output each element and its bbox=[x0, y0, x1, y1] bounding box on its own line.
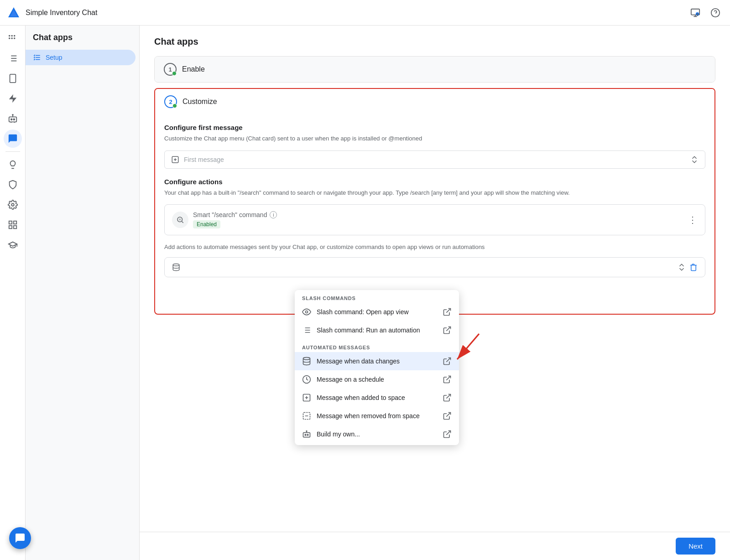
sidebar-icon-phone[interactable] bbox=[4, 69, 22, 88]
dropdown-item-schedule-label: Message on a schedule bbox=[317, 376, 384, 383]
dropdown-item-schedule[interactable]: Message on a schedule bbox=[295, 370, 459, 389]
svg-rect-23 bbox=[13, 221, 16, 224]
sidebar-icons bbox=[0, 26, 26, 560]
command-box-info: Smart "/search" command i Enabled bbox=[193, 211, 277, 228]
help-icon[interactable] bbox=[708, 5, 723, 20]
add-icon bbox=[171, 156, 179, 164]
monitor-icon[interactable]: i bbox=[688, 5, 703, 20]
action-icon bbox=[172, 263, 180, 271]
step-customize-dot bbox=[172, 104, 177, 108]
step-customize-label: Customize bbox=[182, 98, 217, 106]
svg-rect-25 bbox=[9, 226, 11, 228]
step-enable-number: 1 bbox=[164, 63, 177, 76]
sidebar-nav: Chat apps Setup bbox=[26, 26, 140, 560]
sidebar-icon-gallery[interactable] bbox=[4, 216, 22, 234]
dropdown-item-removed-from-space-label: Message when removed from space bbox=[317, 412, 420, 420]
svg-point-18 bbox=[10, 119, 12, 120]
dropdown-item-build-own[interactable]: Build my own... bbox=[295, 425, 459, 443]
sidebar-icon-chat[interactable] bbox=[4, 130, 22, 148]
smart-search-info-icon[interactable]: i bbox=[270, 211, 277, 218]
svg-rect-50 bbox=[303, 433, 310, 437]
svg-rect-17 bbox=[9, 117, 16, 122]
dropdown-item-run-automation-left: Slash command: Run an automation bbox=[302, 326, 420, 335]
search-cmd-icon bbox=[172, 212, 188, 228]
dropdown-item-open-app-view[interactable]: Slash command: Open app view bbox=[295, 303, 459, 321]
layout: Chat apps Setup Chat apps 1 Enable bbox=[0, 26, 730, 560]
dropdown-menu: SLASH COMMANDS Slash command: Open app v… bbox=[295, 290, 459, 445]
step-enable-dot bbox=[172, 71, 177, 76]
dropdown-item-run-automation-label: Slash command: Run an automation bbox=[317, 327, 420, 334]
sidebar-icon-robot[interactable] bbox=[4, 109, 22, 128]
main-title: Chat apps bbox=[154, 36, 715, 47]
dropdown-item-added-to-space[interactable]: Message when added to space bbox=[295, 389, 459, 407]
dropdown-item-removed-from-space[interactable]: Message when removed from space bbox=[295, 407, 459, 425]
dropdown-item-removed-from-space-left: Message when removed from space bbox=[302, 411, 420, 420]
configure-actions-desc: Your chat app has a built-in "/search" c… bbox=[164, 188, 705, 197]
dropdown-section-slash: SLASH COMMANDS bbox=[295, 290, 459, 303]
sidebar-icon-bolt[interactable] bbox=[4, 89, 22, 108]
svg-point-53 bbox=[306, 431, 307, 432]
step-enable: 1 Enable bbox=[154, 56, 715, 83]
actions-desc: Add actions to automate messages sent by… bbox=[164, 243, 705, 252]
fab-chat-icon bbox=[15, 533, 26, 544]
sidebar-icon-bulb[interactable] bbox=[4, 156, 22, 174]
sidebar-icon-list[interactable] bbox=[4, 49, 22, 67]
search-command-icon bbox=[176, 216, 184, 224]
first-message-input[interactable]: First message bbox=[164, 150, 705, 169]
svg-point-34 bbox=[179, 218, 181, 221]
step-customize: 2 Customize Configure first message Cust… bbox=[154, 88, 715, 315]
svg-point-35 bbox=[173, 264, 179, 266]
first-message-placeholder: First message bbox=[184, 156, 224, 163]
action-controls bbox=[678, 263, 698, 271]
dropdown-item-added-to-space-label: Message when added to space bbox=[317, 394, 405, 401]
smart-search-command-box: Smart "/search" command i Enabled ⋮ bbox=[164, 204, 705, 235]
svg-line-33 bbox=[182, 221, 183, 223]
sidebar-icon-apps[interactable] bbox=[4, 29, 22, 47]
arrow-enter-icon6 bbox=[443, 411, 452, 420]
reorder-icon[interactable] bbox=[678, 263, 686, 271]
clock-icon bbox=[302, 375, 311, 384]
step-customize-header[interactable]: 2 Customize bbox=[155, 89, 714, 114]
svg-point-52 bbox=[307, 434, 308, 436]
topbar: Simple Inventory Chat i bbox=[0, 0, 730, 26]
add-space-icon bbox=[302, 393, 311, 402]
bot-icon bbox=[302, 430, 311, 439]
dropdown-item-run-automation[interactable]: Slash command: Run an automation bbox=[295, 321, 459, 339]
expand-icon bbox=[690, 156, 699, 164]
svg-point-36 bbox=[306, 311, 308, 313]
configure-actions-title: Configure actions bbox=[164, 178, 705, 186]
command-box-left: Smart "/search" command i Enabled bbox=[172, 211, 277, 228]
svg-text:i: i bbox=[697, 13, 698, 16]
topbar-right: i bbox=[688, 5, 723, 20]
arrow-enter-icon5 bbox=[443, 393, 452, 402]
eye-icon bbox=[302, 307, 311, 316]
svg-point-43 bbox=[303, 358, 310, 360]
setup-icon bbox=[33, 53, 41, 62]
app-logo bbox=[7, 6, 20, 19]
step-customize-number: 2 bbox=[164, 95, 177, 108]
delete-icon[interactable] bbox=[689, 263, 698, 271]
sidebar-item-setup[interactable]: Setup bbox=[26, 50, 136, 65]
svg-rect-24 bbox=[13, 226, 16, 228]
next-button[interactable]: Next bbox=[676, 538, 715, 555]
dropdown-item-build-own-left: Build my own... bbox=[302, 430, 360, 439]
step-enable-header[interactable]: 1 Enable bbox=[155, 57, 715, 82]
dropdown-item-open-app-view-label: Slash command: Open app view bbox=[317, 308, 409, 316]
dropdown-item-data-changes-left: Message when data changes bbox=[302, 357, 400, 366]
svg-point-21 bbox=[11, 203, 14, 206]
sidebar-icon-settings[interactable] bbox=[4, 196, 22, 214]
list-cmd-icon bbox=[302, 326, 311, 335]
svg-rect-22 bbox=[9, 221, 11, 224]
smart-search-menu-button[interactable]: ⋮ bbox=[688, 214, 698, 225]
sidebar-icon-graduation[interactable] bbox=[4, 236, 22, 254]
dropdown-item-added-to-space-left: Message when added to space bbox=[302, 393, 405, 402]
dropdown-item-data-changes-label: Message when data changes bbox=[317, 358, 400, 365]
dropdown-item-open-app-view-left: Slash command: Open app view bbox=[302, 307, 409, 316]
step-enable-label: Enable bbox=[182, 65, 205, 73]
arrow-enter-icon2 bbox=[443, 326, 452, 335]
sidebar-icon-shield[interactable] bbox=[4, 176, 22, 194]
fab-chat-button[interactable] bbox=[9, 527, 31, 549]
app-title: Simple Inventory Chat bbox=[26, 9, 97, 17]
stack-icon bbox=[302, 357, 311, 366]
dropdown-item-data-changes[interactable]: Message when data changes bbox=[295, 352, 459, 370]
